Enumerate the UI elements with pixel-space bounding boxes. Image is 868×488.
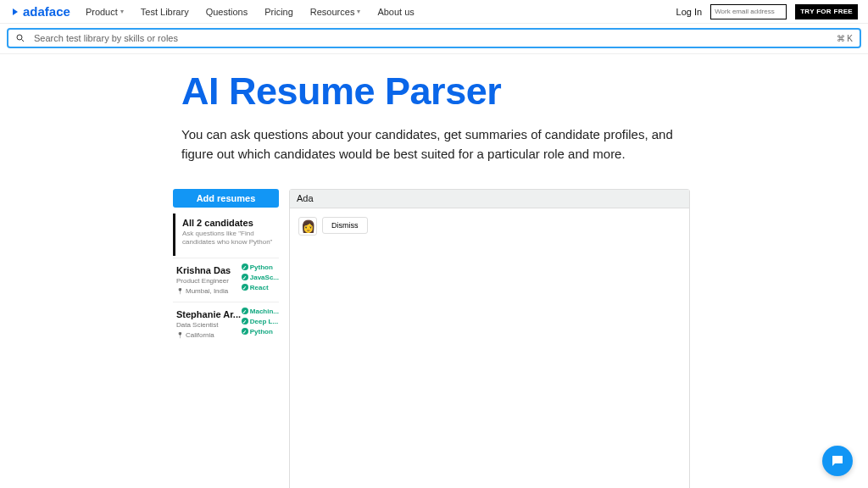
search-wrap: Search test library by skills or roles ⌘… <box>0 24 868 53</box>
chevron-down-icon: ▾ <box>120 8 124 15</box>
skill-label: React <box>250 284 269 291</box>
check-icon: ✓ <box>242 284 248 291</box>
page-subtitle: You can ask questions about your candida… <box>181 125 707 164</box>
topbar-left: adaface Product▾ Test Library Questions … <box>10 4 415 19</box>
nav-about[interactable]: About us <box>377 7 414 17</box>
topbar-right: Log In TRY FOR FREE <box>676 4 858 19</box>
all-candidates-hint: Ask questions like "Find candidates who … <box>182 230 279 247</box>
check-icon: ✓ <box>242 308 248 314</box>
candidate-skills: ✓Python ✓JavaSc... ✓React <box>242 263 279 291</box>
all-candidates-section[interactable]: All 2 candidates Ask questions like "Fin… <box>173 214 279 256</box>
workspace: Add resumes All 2 candidates Ask questio… <box>173 189 690 488</box>
hero: AI Resume Parser You can ask questions a… <box>181 69 758 164</box>
topbar: adaface Product▾ Test Library Questions … <box>0 0 868 24</box>
nav-resources[interactable]: Resources▾ <box>310 7 361 17</box>
chat-message-row: 👩 Dismiss <box>298 217 681 236</box>
try-free-button[interactable]: TRY FOR FREE <box>795 4 858 19</box>
nav-pricing-label: Pricing <box>264 7 293 17</box>
skill-badge: ✓React <box>242 284 279 291</box>
check-icon: ✓ <box>242 263 248 270</box>
nav-pricing[interactable]: Pricing <box>264 7 293 17</box>
nav-questions[interactable]: Questions <box>206 7 248 17</box>
chat-panel: Ada 👩 Dismiss <box>289 189 690 488</box>
nav-product[interactable]: Product▾ <box>86 7 124 17</box>
check-icon: ✓ <box>242 328 248 335</box>
brand-logo[interactable]: adaface <box>10 4 70 19</box>
nav-testlibrary[interactable]: Test Library <box>141 7 189 17</box>
chat-tabstrip: Ada <box>290 190 689 208</box>
logo-icon <box>10 7 20 17</box>
nav-about-label: About us <box>377 7 414 17</box>
skill-badge: ✓Python <box>242 263 279 271</box>
divider <box>0 53 868 54</box>
candidate-sidebar: Add resumes All 2 candidates Ask questio… <box>173 189 279 488</box>
candidate-card[interactable]: Stephanie Ar... Data Scientist Californi… <box>173 302 279 346</box>
skill-label: Python <box>250 263 273 271</box>
add-resumes-button[interactable]: Add resumes <box>173 189 279 208</box>
check-icon: ✓ <box>242 318 248 324</box>
skill-label: JavaSc... <box>250 274 279 281</box>
all-candidates-title: All 2 candidates <box>182 218 279 228</box>
chevron-down-icon: ▾ <box>357 8 360 15</box>
tab-ada[interactable]: Ada <box>297 193 314 203</box>
nav-product-label: Product <box>86 7 118 17</box>
brand-name: adaface <box>23 4 70 19</box>
email-field[interactable] <box>710 4 787 19</box>
skill-label: Python <box>250 328 273 336</box>
nav-questions-label: Questions <box>206 7 248 17</box>
svg-point-0 <box>17 35 22 40</box>
dismiss-button[interactable]: Dismiss <box>322 217 368 234</box>
svg-line-1 <box>22 40 25 42</box>
skill-badge: ✓Python <box>242 328 279 336</box>
skill-label: Deep L... <box>250 318 278 325</box>
search-input[interactable]: Search test library by skills or roles ⌘… <box>7 28 861 48</box>
candidate-skills: ✓Machin... ✓Deep L... ✓Python <box>242 308 279 336</box>
search-shortcut: ⌘ K <box>837 34 853 43</box>
intercom-launcher[interactable] <box>822 446 853 476</box>
search-placeholder: Search test library by skills or roles <box>34 33 178 43</box>
skill-badge: ✓Machin... <box>242 308 279 315</box>
skill-badge: ✓Deep L... <box>242 318 279 325</box>
login-link[interactable]: Log In <box>676 7 703 17</box>
check-icon: ✓ <box>242 274 248 280</box>
page-title: AI Resume Parser <box>181 69 758 114</box>
nav-testlibrary-label: Test Library <box>141 7 189 17</box>
chat-body: 👩 Dismiss <box>290 208 689 488</box>
candidate-card[interactable]: Krishna Das Product Engineer Mumbai, Ind… <box>173 258 279 302</box>
skill-label: Machin... <box>250 308 279 315</box>
assistant-avatar: 👩 <box>298 217 317 236</box>
nav-resources-label: Resources <box>310 7 355 17</box>
skill-badge: ✓JavaSc... <box>242 274 279 281</box>
chat-icon <box>830 453 845 469</box>
search-icon <box>15 33 25 43</box>
nav-links: Product▾ Test Library Questions Pricing … <box>86 7 415 17</box>
